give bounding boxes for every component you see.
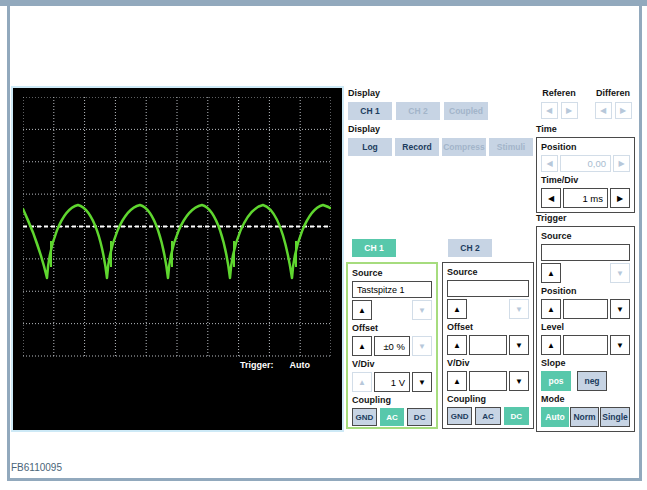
trigger-source-up-button[interactable]: ▲ <box>541 263 561 283</box>
ch1-vdiv-down-button[interactable]: ▼ <box>412 372 432 392</box>
ch1-source-up-button[interactable]: ▲ <box>352 300 372 320</box>
figure-reference-label: FB6110095 <box>11 462 62 473</box>
ch2-coupling-label: Coupling <box>447 394 529 405</box>
left-arrow-icon: ◀ <box>546 106 552 115</box>
ch1-button[interactable]: CH 1 <box>352 239 396 257</box>
ch1-source-field[interactable]: Tastspitze 1 <box>352 281 432 298</box>
trigger-position-up-button[interactable]: ▲ <box>541 299 561 319</box>
slope-neg-button[interactable]: neg <box>577 371 607 391</box>
trigger-status-value: Auto <box>290 360 311 370</box>
display-stimuli-button: Stimuli <box>489 138 533 156</box>
ch2-offset-label: Offset <box>447 322 529 333</box>
ch2-coupling-gnd-button[interactable]: GND <box>447 407 472 425</box>
scope-display: Trigger: Auto <box>11 86 344 432</box>
trigger-level-up-button[interactable]: ▲ <box>541 335 561 355</box>
time-position-label: Position <box>541 142 630 153</box>
ch2-offset-up-button[interactable]: ▲ <box>447 335 467 355</box>
right-arrow-icon: ▶ <box>617 194 623 203</box>
timediv-increase-button[interactable]: ▶ <box>610 188 630 208</box>
trigger-source-down-button: ▼ <box>610 263 630 283</box>
up-arrow-icon: ▲ <box>358 306 366 315</box>
right-arrow-icon: ▶ <box>620 106 626 115</box>
ch2-source-field[interactable] <box>447 280 529 297</box>
display-ch2-button: CH 2 <box>396 102 440 120</box>
trigger-position-field[interactable] <box>563 299 608 319</box>
right-arrow-icon: ▶ <box>566 106 572 115</box>
timediv-decrease-button[interactable]: ◀ <box>541 188 561 208</box>
left-arrow-icon: ◀ <box>600 106 606 115</box>
difference-label: Differen <box>596 88 630 99</box>
timediv-label: Time/Div <box>541 175 630 186</box>
time-position-field: 0,00 <box>560 155 611 172</box>
display-coupled-button: Coupled <box>444 102 488 120</box>
ch1-coupling-ac-button[interactable]: AC <box>380 408 405 426</box>
ch1-vdiv-field[interactable]: 1 V <box>374 372 410 392</box>
mode-auto-button[interactable]: Auto <box>541 407 569 427</box>
ch1-box: Source Tastspitze 1 ▲ ▼ Offset ▲ ±0 % ▼ … <box>346 262 438 429</box>
display-modes-group: Display Log Record Compress Stimuli <box>348 124 533 156</box>
ch2-offset-field[interactable] <box>469 335 507 355</box>
display-ch1-button[interactable]: CH 1 <box>348 102 392 120</box>
left-arrow-icon: ◀ <box>548 194 554 203</box>
time-group-label: Time <box>536 124 635 135</box>
trigger-status: Trigger: Auto <box>240 360 310 370</box>
ch2-button[interactable]: CH 2 <box>448 239 492 257</box>
ch2-coupling-dc-button[interactable]: DC <box>504 407 529 425</box>
right-arrow-icon: ▶ <box>618 159 624 168</box>
trigger-level-down-button[interactable]: ▼ <box>610 335 630 355</box>
down-arrow-icon: ▼ <box>418 306 426 315</box>
ch1-offset-up-button[interactable]: ▲ <box>352 336 372 356</box>
ch1-offset-field[interactable]: ±0 % <box>374 336 410 356</box>
down-arrow-icon: ▼ <box>515 341 523 350</box>
trigger-level-field[interactable] <box>563 335 608 355</box>
up-arrow-icon: ▲ <box>547 341 555 350</box>
display-channels-label: Display <box>348 88 488 99</box>
display-modes-label: Display <box>348 124 533 135</box>
ch1-offset-down-button: ▼ <box>412 336 432 356</box>
timediv-field[interactable]: 1 ms <box>563 188 608 208</box>
reference-prev-button: ◀ <box>541 102 558 119</box>
trigger-level-label: Level <box>541 322 630 333</box>
mode-norm-button[interactable]: Norm <box>570 407 599 427</box>
trigger-source-field[interactable] <box>541 244 630 261</box>
ch1-coupling-label: Coupling <box>352 395 432 406</box>
ch2-vdiv-label: V/Div <box>447 358 529 369</box>
trigger-box: Source ▲ ▼ Position ▲ ▼ Level ▲ ▼ Slope <box>536 226 635 432</box>
ch2-vdiv-field[interactable] <box>469 371 507 391</box>
ch2-coupling-ac-button[interactable]: AC <box>475 407 500 425</box>
ch1-source-label: Source <box>352 268 432 279</box>
reference-next-button: ▶ <box>561 102 578 119</box>
ch2-vdiv-up-button[interactable]: ▲ <box>447 371 467 391</box>
display-record-button[interactable]: Record <box>395 138 439 156</box>
trigger-mode-label: Mode <box>541 394 630 405</box>
difference-prev-button: ◀ <box>595 102 612 119</box>
down-arrow-icon: ▼ <box>515 305 523 314</box>
left-arrow-icon: ◀ <box>546 159 552 168</box>
time-group: Time Position ◀ 0,00 ▶ Time/Div ◀ 1 ms ▶ <box>536 124 635 213</box>
trigger-group: Trigger Source ▲ ▼ Position ▲ ▼ Level ▲ … <box>536 213 635 432</box>
time-box: Position ◀ 0,00 ▶ Time/Div ◀ 1 ms ▶ <box>536 137 635 213</box>
trigger-position-down-button[interactable]: ▼ <box>610 299 630 319</box>
trigger-source-label: Source <box>541 231 630 242</box>
ch2-source-up-button[interactable]: ▲ <box>447 299 467 319</box>
trigger-position-label: Position <box>541 286 630 297</box>
slope-pos-button[interactable]: pos <box>541 371 571 391</box>
display-log-button[interactable]: Log <box>348 138 392 156</box>
ch2-vdiv-down-button[interactable]: ▼ <box>509 371 529 391</box>
down-arrow-icon: ▼ <box>418 342 426 351</box>
ch2-offset-down-button[interactable]: ▼ <box>509 335 529 355</box>
scope-graticule-and-trace <box>23 97 331 357</box>
trigger-slope-label: Slope <box>541 358 630 369</box>
ch1-source-down-button: ▼ <box>412 300 432 320</box>
display-compress-button: Compress <box>442 138 486 156</box>
up-arrow-icon: ▲ <box>547 305 555 314</box>
channel1-panel: CH 1 Source Tastspitze 1 ▲ ▼ Offset ▲ ±0… <box>346 239 438 429</box>
up-arrow-icon: ▲ <box>453 377 461 386</box>
mode-single-button[interactable]: Single <box>600 407 630 427</box>
difference-column: Differen ◀ ▶ <box>590 88 636 119</box>
ch1-vdiv-up-button: ▲ <box>352 372 372 392</box>
trigger-status-label: Trigger: <box>240 360 274 370</box>
ch1-coupling-dc-button[interactable]: DC <box>407 408 432 426</box>
ch1-coupling-gnd-button[interactable]: GND <box>352 408 377 426</box>
reference-label: Referen <box>542 88 576 99</box>
